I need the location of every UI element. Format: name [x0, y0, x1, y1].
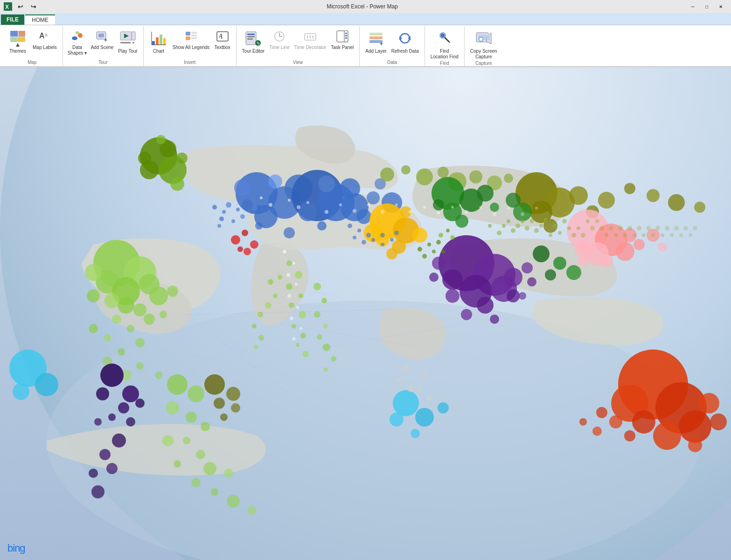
svg-point-253: [219, 217, 224, 221]
copy-screen-button[interactable]: Copy ScreenCapture: [468, 28, 499, 61]
find-location-button[interactable]: FindLocation Find: [429, 28, 460, 61]
svg-point-163: [416, 168, 433, 185]
svg-point-231: [100, 364, 124, 387]
svg-point-364: [260, 196, 263, 199]
svg-point-260: [295, 271, 302, 279]
tab-home[interactable]: HOME: [25, 14, 55, 25]
svg-point-131: [224, 469, 233, 478]
svg-point-372: [367, 203, 370, 206]
ribbon-group-tour: DataShapes ▾ + Add Scene: [63, 26, 144, 66]
svg-point-127: [162, 435, 174, 446]
svg-point-186: [507, 289, 520, 302]
svg-point-112: [89, 324, 98, 333]
svg-point-373: [381, 210, 384, 214]
svg-point-308: [380, 233, 385, 238]
svg-rect-21: [152, 41, 155, 45]
svg-point-309: [390, 238, 394, 242]
svg-rect-31: [191, 37, 197, 39]
svg-point-362: [689, 233, 692, 237]
svg-point-322: [502, 224, 506, 228]
themes-button[interactable]: Themes: [6, 28, 30, 55]
svg-point-136: [231, 235, 240, 245]
svg-point-349: [627, 226, 632, 231]
map-labels-button[interactable]: A a Map Labels: [31, 28, 59, 51]
svg-point-256: [250, 210, 254, 214]
data-shapes-button[interactable]: DataShapes ▾: [67, 28, 88, 57]
svg-point-220: [596, 407, 607, 418]
svg-point-283: [331, 356, 336, 362]
close-btn[interactable]: ✕: [714, 2, 727, 11]
svg-point-303: [357, 229, 361, 232]
svg-point-251: [226, 202, 231, 208]
svg-point-222: [579, 418, 587, 426]
textbox-button[interactable]: A Textbox: [212, 28, 232, 51]
svg-point-130: [203, 462, 216, 475]
svg-point-333: [553, 224, 557, 228]
svg-point-369: [325, 210, 328, 214]
svg-point-138: [250, 240, 258, 249]
minimize-btn[interactable]: ─: [686, 2, 699, 11]
chart-button[interactable]: Chart: [147, 28, 170, 55]
svg-point-214: [632, 410, 655, 434]
svg-rect-6: [18, 37, 25, 42]
play-tour-button[interactable]: Play Tour: [116, 28, 139, 55]
svg-point-325: [515, 224, 520, 228]
svg-point-237: [126, 417, 135, 427]
svg-rect-18: [132, 32, 135, 40]
redo-btn[interactable]: ↪: [29, 2, 38, 11]
add-scene-button[interactable]: + Add Scene: [89, 28, 115, 51]
time-line-button[interactable]: Time Line: [267, 28, 292, 51]
svg-point-118: [136, 362, 144, 370]
svg-point-376: [423, 206, 426, 209]
show-all-legends-button[interactable]: Show All Legends: [171, 28, 212, 51]
svg-point-184: [477, 297, 494, 314]
tab-file[interactable]: FILE: [1, 14, 24, 25]
undo-btn[interactable]: ↩: [16, 2, 25, 11]
svg-point-284: [323, 367, 328, 372]
svg-point-390: [296, 306, 299, 309]
svg-point-374: [395, 203, 398, 206]
svg-point-332: [549, 233, 552, 237]
svg-point-360: [679, 233, 683, 237]
svg-point-94: [176, 153, 188, 164]
svg-point-281: [317, 334, 322, 340]
svg-point-114: [104, 334, 111, 342]
svg-point-305: [353, 236, 356, 239]
svg-point-328: [530, 219, 534, 223]
svg-point-393: [292, 337, 296, 341]
svg-point-217: [688, 438, 702, 452]
svg-text:A: A: [39, 32, 45, 40]
task-panel-button[interactable]: Task Panel: [329, 28, 355, 51]
svg-point-288: [397, 378, 401, 382]
svg-point-359: [674, 226, 679, 231]
svg-point-201: [616, 242, 634, 261]
time-decorator-button[interactable]: Time Decorator: [292, 28, 328, 51]
add-layer-button[interactable]: + Add Layer: [363, 28, 389, 55]
svg-point-244: [204, 374, 225, 395]
svg-point-310: [394, 231, 399, 235]
svg-point-262: [299, 294, 303, 298]
svg-point-259: [286, 260, 292, 266]
maximize-btn[interactable]: □: [700, 2, 713, 11]
svg-point-336: [567, 226, 571, 230]
svg-point-302: [348, 224, 352, 228]
svg-point-243: [91, 485, 104, 498]
svg-point-258: [217, 224, 221, 228]
svg-point-363: [693, 226, 697, 231]
refresh-data-button[interactable]: Refresh Data: [390, 28, 421, 55]
svg-point-113: [160, 311, 167, 318]
svg-point-378: [451, 206, 454, 209]
svg-rect-5: [10, 37, 17, 42]
svg-point-10: [72, 36, 77, 40]
svg-point-311: [381, 243, 384, 246]
tab-bar: FILE HOME: [0, 13, 731, 25]
svg-point-285: [398, 344, 404, 350]
svg-point-339: [581, 233, 585, 238]
svg-point-261: [286, 283, 292, 290]
svg-point-120: [155, 371, 162, 379]
map-area[interactable]: bing: [0, 67, 731, 560]
tour-editor-button[interactable]: ✎ Tour Editor: [240, 28, 266, 55]
svg-point-238: [94, 418, 102, 426]
svg-point-104: [118, 297, 134, 314]
svg-point-134: [227, 495, 240, 508]
